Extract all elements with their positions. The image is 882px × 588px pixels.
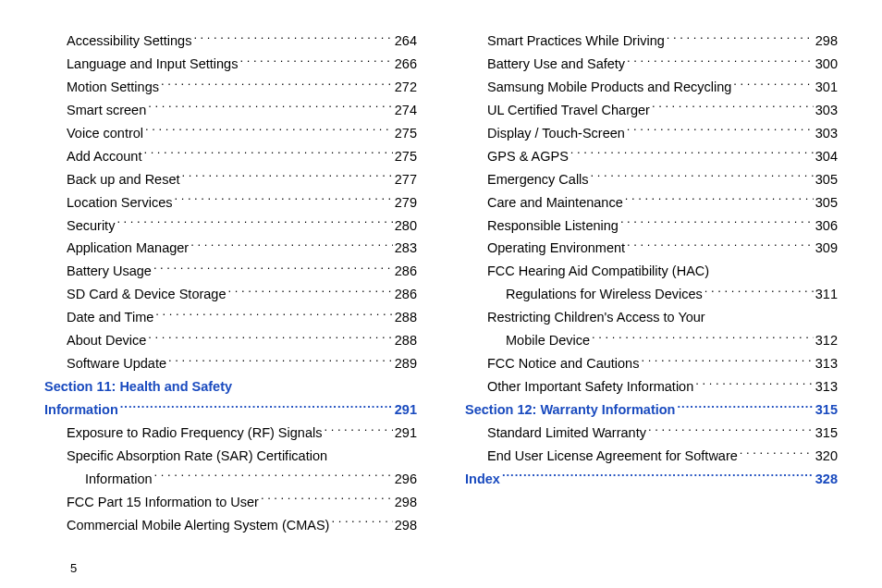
toc-entry[interactable]: Care and Maintenance305 — [465, 191, 838, 214]
toc-leader-dots — [182, 170, 393, 184]
toc-entry-page: 304 — [815, 145, 838, 168]
toc-entry[interactable]: Smart Practices While Driving298 — [465, 30, 838, 53]
toc-entry[interactable]: About Device288 — [44, 329, 417, 352]
toc-entry[interactable]: Battery Use and Safety 300 — [465, 53, 838, 76]
toc-entry-continuation: FCC Hearing Aid Compatibility (HAC) — [465, 260, 838, 283]
left-column: Accessibility Settings264Language and In… — [44, 30, 417, 537]
toc-entry-page: 275 — [395, 145, 417, 168]
toc-entry-label: Accessibility Settings — [67, 30, 191, 53]
toc-entry[interactable]: Emergency Calls305 — [465, 168, 838, 191]
toc-entry[interactable]: Responsible Listening306 — [465, 214, 838, 238]
right-column: Smart Practices While Driving298Battery … — [465, 30, 838, 537]
toc-leader-dots — [667, 32, 814, 46]
toc-entry-page: 313 — [815, 352, 838, 375]
toc-entry-page: 264 — [395, 30, 417, 53]
toc-entry-page: 266 — [395, 53, 417, 76]
toc-entry[interactable]: SD Card & Device Storage286 — [44, 283, 417, 306]
toc-entry[interactable]: Language and Input Settings266 — [44, 53, 417, 76]
toc-entry[interactable]: End User License Agreement for Software3… — [465, 445, 838, 468]
toc-entry[interactable]: Motion Settings272 — [44, 76, 417, 99]
toc-entry-label: Samsung Mobile Products and Recycling — [487, 76, 731, 99]
toc-section-heading[interactable]: Section 12: Warranty Information 315 — [465, 398, 838, 422]
toc-leader-dots — [153, 263, 393, 276]
toc-entry-label: Location Services — [67, 191, 172, 214]
toc-leader-dots — [190, 239, 393, 253]
toc-entry[interactable]: Accessibility Settings264 — [44, 30, 417, 53]
toc-entry[interactable]: Operating Environment 309 — [465, 237, 838, 260]
toc-entry-label: Battery Usage — [67, 260, 152, 283]
toc-entry[interactable]: Display / Touch-Screen303 — [465, 122, 838, 145]
toc-leader-dots — [627, 239, 814, 253]
toc-entry[interactable]: FCC Part 15 Information to User 298 — [44, 491, 417, 514]
toc-leader-dots — [324, 423, 392, 437]
toc-entry[interactable]: GPS & AGPS 304 — [465, 145, 838, 168]
toc-entry-label: SD Card & Device Storage — [67, 283, 226, 306]
toc-entry[interactable]: Other Important Safety Information 313 — [465, 375, 838, 398]
toc-leader-dots — [143, 147, 392, 161]
toc-entry-label: Voice control — [67, 122, 143, 145]
toc-entry[interactable]: Battery Usage286 — [44, 260, 417, 283]
toc-entry[interactable]: UL Certified Travel Charger303 — [465, 99, 838, 122]
toc-entry[interactable]: Date and Time288 — [44, 306, 417, 329]
toc-leader-dots — [733, 78, 813, 92]
toc-entry-label: FCC Notice and Cautions — [487, 352, 639, 375]
toc-entry[interactable]: Security280 — [44, 214, 417, 238]
toc-entry-label: Mobile Device — [506, 329, 590, 352]
toc-entry-page: 286 — [395, 283, 417, 306]
toc-entry-page: 274 — [395, 99, 417, 122]
toc-entry-page: 309 — [815, 237, 838, 260]
toc-entry[interactable]: Smart screen 274 — [44, 99, 417, 122]
toc-entry[interactable]: Regulations for Wireless Devices311 — [465, 283, 838, 306]
toc-section-page: 315 — [815, 398, 838, 422]
toc-entry-page: 298 — [395, 514, 417, 537]
toc-entry-label: Software Update — [67, 352, 166, 375]
toc-entry-page: 300 — [815, 53, 838, 76]
toc-entry-label: End User License Agreement for Software — [487, 445, 738, 468]
toc-entry-page: 277 — [395, 168, 417, 191]
toc-entry[interactable]: Information 296 — [44, 468, 417, 491]
toc-entry-continuation: Specific Absorption Rate (SAR) Certifica… — [44, 445, 417, 468]
toc-columns: Accessibility Settings264Language and In… — [44, 30, 838, 537]
toc-entry[interactable]: Application Manager283 — [44, 237, 417, 260]
toc-leader-dots — [155, 309, 392, 323]
toc-entry[interactable]: Exposure to Radio Frequency (RF) Signals… — [44, 422, 417, 445]
toc-entry[interactable]: Back up and Reset 277 — [44, 168, 417, 191]
toc-entry[interactable]: FCC Notice and Cautions313 — [465, 352, 838, 375]
toc-entry[interactable]: Mobile Device 312 — [465, 329, 838, 352]
toc-leader-dots — [148, 332, 393, 346]
toc-leader-dots — [620, 216, 814, 230]
toc-entry[interactable]: Commercial Mobile Alerting System (CMAS)… — [44, 514, 417, 537]
toc-entry[interactable]: Location Services 279 — [44, 191, 417, 214]
toc-entry-page: 320 — [815, 445, 838, 468]
toc-leader-dots — [591, 170, 814, 184]
toc-entry-page: 288 — [395, 306, 417, 329]
toc-section-heading[interactable]: Information291 — [44, 398, 417, 422]
toc-leader-dots — [161, 78, 393, 92]
toc-entry-page: 312 — [815, 329, 838, 352]
toc-entry-page: 298 — [815, 30, 838, 53]
toc-entry-page: 296 — [395, 468, 417, 491]
toc-leader-dots — [627, 124, 814, 138]
toc-entry[interactable]: Samsung Mobile Products and Recycling301 — [465, 76, 838, 99]
toc-entry[interactable]: Standard Limited Warranty 315 — [465, 422, 838, 445]
toc-leader-dots — [652, 101, 814, 115]
toc-leader-dots — [648, 423, 814, 437]
toc-leader-dots — [148, 101, 393, 115]
toc-entry[interactable]: Software Update289 — [44, 352, 417, 375]
toc-leader-dots — [227, 286, 392, 300]
toc-entry-label: GPS & AGPS — [487, 145, 569, 168]
toc-section-page: 291 — [395, 398, 417, 422]
toc-entry[interactable]: Voice control275 — [44, 122, 417, 145]
toc-entry-page: 288 — [395, 329, 417, 352]
toc-entry-page: 301 — [815, 76, 838, 99]
toc-section-heading[interactable]: Section 11: Health and Safety — [44, 375, 417, 398]
toc-entry-label: Add Account — [67, 145, 141, 168]
toc-entry-page: 303 — [815, 99, 838, 122]
toc-entry-label: Exposure to Radio Frequency (RF) Signals — [67, 422, 322, 445]
toc-entry-label: Security — [67, 214, 115, 238]
toc-entry-label: Operating Environment — [487, 237, 625, 260]
toc-entry-page: 305 — [815, 191, 838, 214]
toc-section-heading[interactable]: Index 328 — [465, 468, 838, 491]
toc-entry-continuation: Restricting Children's Access to Your — [465, 306, 838, 329]
toc-entry[interactable]: Add Account 275 — [44, 145, 417, 168]
